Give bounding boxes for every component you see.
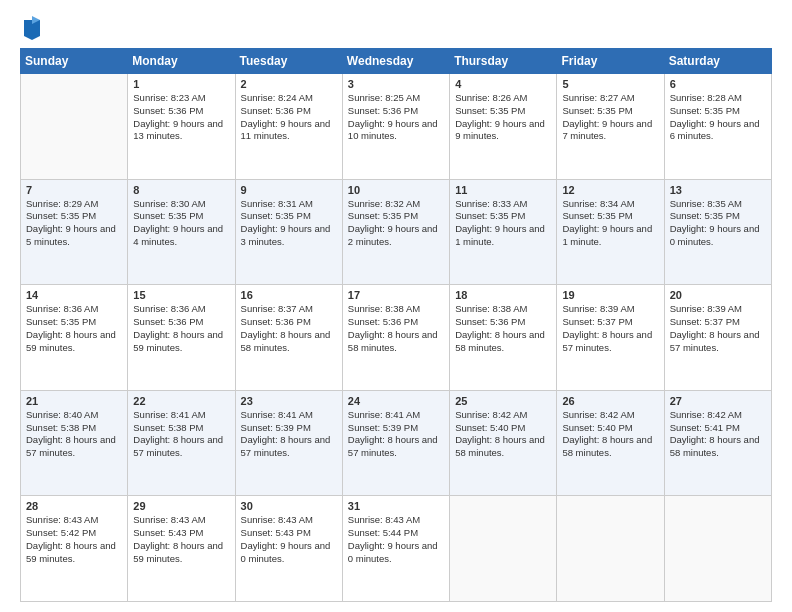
calendar-cell: 18Sunrise: 8:38 AM Sunset: 5:36 PM Dayli… — [450, 285, 557, 391]
calendar-table: SundayMondayTuesdayWednesdayThursdayFrid… — [20, 48, 772, 602]
day-number: 28 — [26, 500, 122, 512]
day-number: 23 — [241, 395, 337, 407]
calendar-cell: 14Sunrise: 8:36 AM Sunset: 5:35 PM Dayli… — [21, 285, 128, 391]
calendar-header-saturday: Saturday — [664, 49, 771, 74]
day-number: 29 — [133, 500, 229, 512]
day-info: Sunrise: 8:25 AM Sunset: 5:36 PM Dayligh… — [348, 92, 444, 143]
calendar-cell: 31Sunrise: 8:43 AM Sunset: 5:44 PM Dayli… — [342, 496, 449, 602]
calendar-cell: 8Sunrise: 8:30 AM Sunset: 5:35 PM Daylig… — [128, 179, 235, 285]
day-info: Sunrise: 8:38 AM Sunset: 5:36 PM Dayligh… — [348, 303, 444, 354]
day-number: 25 — [455, 395, 551, 407]
day-number: 18 — [455, 289, 551, 301]
day-number: 27 — [670, 395, 766, 407]
day-info: Sunrise: 8:38 AM Sunset: 5:36 PM Dayligh… — [455, 303, 551, 354]
day-number: 11 — [455, 184, 551, 196]
day-info: Sunrise: 8:26 AM Sunset: 5:35 PM Dayligh… — [455, 92, 551, 143]
calendar-week-row: 1Sunrise: 8:23 AM Sunset: 5:36 PM Daylig… — [21, 74, 772, 180]
calendar-cell: 7Sunrise: 8:29 AM Sunset: 5:35 PM Daylig… — [21, 179, 128, 285]
calendar-cell: 10Sunrise: 8:32 AM Sunset: 5:35 PM Dayli… — [342, 179, 449, 285]
calendar-cell: 3Sunrise: 8:25 AM Sunset: 5:36 PM Daylig… — [342, 74, 449, 180]
day-info: Sunrise: 8:43 AM Sunset: 5:43 PM Dayligh… — [133, 514, 229, 565]
day-info: Sunrise: 8:43 AM Sunset: 5:42 PM Dayligh… — [26, 514, 122, 565]
calendar-cell: 11Sunrise: 8:33 AM Sunset: 5:35 PM Dayli… — [450, 179, 557, 285]
calendar-header-sunday: Sunday — [21, 49, 128, 74]
day-info: Sunrise: 8:33 AM Sunset: 5:35 PM Dayligh… — [455, 198, 551, 249]
day-info: Sunrise: 8:36 AM Sunset: 5:36 PM Dayligh… — [133, 303, 229, 354]
day-number: 20 — [670, 289, 766, 301]
calendar-cell: 9Sunrise: 8:31 AM Sunset: 5:35 PM Daylig… — [235, 179, 342, 285]
day-number: 14 — [26, 289, 122, 301]
day-number: 22 — [133, 395, 229, 407]
calendar-cell: 13Sunrise: 8:35 AM Sunset: 5:35 PM Dayli… — [664, 179, 771, 285]
calendar-week-row: 28Sunrise: 8:43 AM Sunset: 5:42 PM Dayli… — [21, 496, 772, 602]
day-info: Sunrise: 8:30 AM Sunset: 5:35 PM Dayligh… — [133, 198, 229, 249]
day-number: 31 — [348, 500, 444, 512]
calendar-cell: 28Sunrise: 8:43 AM Sunset: 5:42 PM Dayli… — [21, 496, 128, 602]
day-number: 26 — [562, 395, 658, 407]
calendar-cell: 6Sunrise: 8:28 AM Sunset: 5:35 PM Daylig… — [664, 74, 771, 180]
day-number: 3 — [348, 78, 444, 90]
calendar-cell: 4Sunrise: 8:26 AM Sunset: 5:35 PM Daylig… — [450, 74, 557, 180]
day-number: 7 — [26, 184, 122, 196]
logo-icon — [22, 16, 42, 40]
day-info: Sunrise: 8:41 AM Sunset: 5:39 PM Dayligh… — [348, 409, 444, 460]
day-number: 2 — [241, 78, 337, 90]
calendar-cell: 2Sunrise: 8:24 AM Sunset: 5:36 PM Daylig… — [235, 74, 342, 180]
calendar-cell: 29Sunrise: 8:43 AM Sunset: 5:43 PM Dayli… — [128, 496, 235, 602]
logo — [20, 16, 42, 40]
calendar-cell: 26Sunrise: 8:42 AM Sunset: 5:40 PM Dayli… — [557, 390, 664, 496]
calendar-week-row: 21Sunrise: 8:40 AM Sunset: 5:38 PM Dayli… — [21, 390, 772, 496]
calendar-cell: 30Sunrise: 8:43 AM Sunset: 5:43 PM Dayli… — [235, 496, 342, 602]
calendar-cell: 1Sunrise: 8:23 AM Sunset: 5:36 PM Daylig… — [128, 74, 235, 180]
day-number: 9 — [241, 184, 337, 196]
day-number: 30 — [241, 500, 337, 512]
day-info: Sunrise: 8:41 AM Sunset: 5:39 PM Dayligh… — [241, 409, 337, 460]
day-number: 1 — [133, 78, 229, 90]
day-number: 4 — [455, 78, 551, 90]
day-info: Sunrise: 8:32 AM Sunset: 5:35 PM Dayligh… — [348, 198, 444, 249]
day-info: Sunrise: 8:39 AM Sunset: 5:37 PM Dayligh… — [562, 303, 658, 354]
day-info: Sunrise: 8:42 AM Sunset: 5:40 PM Dayligh… — [455, 409, 551, 460]
day-number: 24 — [348, 395, 444, 407]
day-info: Sunrise: 8:23 AM Sunset: 5:36 PM Dayligh… — [133, 92, 229, 143]
calendar-cell — [450, 496, 557, 602]
day-info: Sunrise: 8:27 AM Sunset: 5:35 PM Dayligh… — [562, 92, 658, 143]
day-info: Sunrise: 8:42 AM Sunset: 5:41 PM Dayligh… — [670, 409, 766, 460]
calendar-cell: 25Sunrise: 8:42 AM Sunset: 5:40 PM Dayli… — [450, 390, 557, 496]
calendar-cell: 24Sunrise: 8:41 AM Sunset: 5:39 PM Dayli… — [342, 390, 449, 496]
calendar-header-tuesday: Tuesday — [235, 49, 342, 74]
calendar-cell — [557, 496, 664, 602]
day-info: Sunrise: 8:41 AM Sunset: 5:38 PM Dayligh… — [133, 409, 229, 460]
calendar-cell: 5Sunrise: 8:27 AM Sunset: 5:35 PM Daylig… — [557, 74, 664, 180]
day-number: 21 — [26, 395, 122, 407]
calendar-cell: 27Sunrise: 8:42 AM Sunset: 5:41 PM Dayli… — [664, 390, 771, 496]
calendar-cell: 15Sunrise: 8:36 AM Sunset: 5:36 PM Dayli… — [128, 285, 235, 391]
calendar-cell: 19Sunrise: 8:39 AM Sunset: 5:37 PM Dayli… — [557, 285, 664, 391]
calendar-header-wednesday: Wednesday — [342, 49, 449, 74]
day-info: Sunrise: 8:42 AM Sunset: 5:40 PM Dayligh… — [562, 409, 658, 460]
calendar-header-thursday: Thursday — [450, 49, 557, 74]
day-info: Sunrise: 8:28 AM Sunset: 5:35 PM Dayligh… — [670, 92, 766, 143]
calendar-cell: 22Sunrise: 8:41 AM Sunset: 5:38 PM Dayli… — [128, 390, 235, 496]
day-number: 13 — [670, 184, 766, 196]
calendar-cell: 20Sunrise: 8:39 AM Sunset: 5:37 PM Dayli… — [664, 285, 771, 391]
calendar-week-row: 7Sunrise: 8:29 AM Sunset: 5:35 PM Daylig… — [21, 179, 772, 285]
day-info: Sunrise: 8:39 AM Sunset: 5:37 PM Dayligh… — [670, 303, 766, 354]
day-info: Sunrise: 8:37 AM Sunset: 5:36 PM Dayligh… — [241, 303, 337, 354]
day-number: 5 — [562, 78, 658, 90]
day-info: Sunrise: 8:43 AM Sunset: 5:43 PM Dayligh… — [241, 514, 337, 565]
day-info: Sunrise: 8:43 AM Sunset: 5:44 PM Dayligh… — [348, 514, 444, 565]
calendar-header-monday: Monday — [128, 49, 235, 74]
day-info: Sunrise: 8:40 AM Sunset: 5:38 PM Dayligh… — [26, 409, 122, 460]
day-number: 15 — [133, 289, 229, 301]
day-number: 8 — [133, 184, 229, 196]
calendar-cell — [664, 496, 771, 602]
day-info: Sunrise: 8:31 AM Sunset: 5:35 PM Dayligh… — [241, 198, 337, 249]
calendar-cell: 16Sunrise: 8:37 AM Sunset: 5:36 PM Dayli… — [235, 285, 342, 391]
day-info: Sunrise: 8:34 AM Sunset: 5:35 PM Dayligh… — [562, 198, 658, 249]
calendar-week-row: 14Sunrise: 8:36 AM Sunset: 5:35 PM Dayli… — [21, 285, 772, 391]
calendar-cell: 21Sunrise: 8:40 AM Sunset: 5:38 PM Dayli… — [21, 390, 128, 496]
calendar-cell: 12Sunrise: 8:34 AM Sunset: 5:35 PM Dayli… — [557, 179, 664, 285]
day-number: 6 — [670, 78, 766, 90]
calendar-header-friday: Friday — [557, 49, 664, 74]
